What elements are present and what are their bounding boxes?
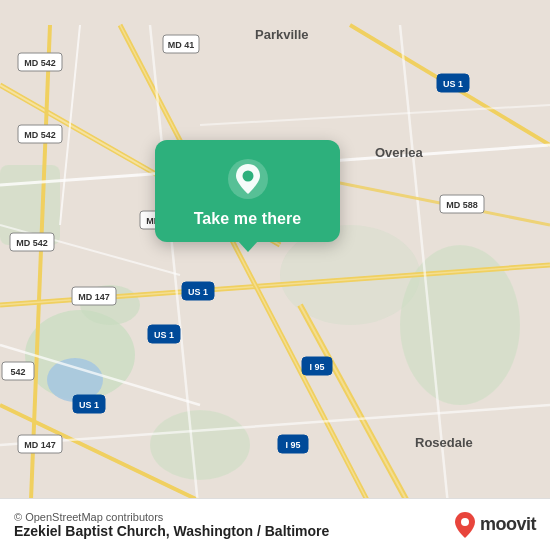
- svg-text:MD 588: MD 588: [446, 200, 478, 210]
- svg-text:US 1: US 1: [79, 400, 99, 410]
- bottom-bar: © OpenStreetMap contributors Ezekiel Bap…: [0, 498, 550, 550]
- svg-point-63: [461, 518, 469, 526]
- take-me-there-button[interactable]: Take me there: [194, 210, 302, 228]
- popup-card: Take me there: [155, 140, 340, 242]
- copyright-text: © OpenStreetMap contributors: [14, 511, 329, 523]
- location-pin-icon: [227, 158, 269, 200]
- svg-text:542: 542: [10, 367, 25, 377]
- bottom-left-content: © OpenStreetMap contributors Ezekiel Bap…: [14, 511, 329, 539]
- svg-text:I 95: I 95: [285, 440, 300, 450]
- svg-point-62: [242, 171, 253, 182]
- svg-text:US 1: US 1: [443, 79, 463, 89]
- svg-text:Overlea: Overlea: [375, 145, 423, 160]
- moovit-logo: moovit: [454, 511, 536, 539]
- svg-text:MD 41: MD 41: [168, 40, 195, 50]
- map-container: Overlea Rosedale Parkville MD 542 MD 542…: [0, 0, 550, 550]
- svg-text:MD 542: MD 542: [16, 238, 48, 248]
- svg-text:MD 147: MD 147: [78, 292, 110, 302]
- svg-text:US 1: US 1: [154, 330, 174, 340]
- map-background: Overlea Rosedale Parkville MD 542 MD 542…: [0, 0, 550, 550]
- svg-text:MD 542: MD 542: [24, 58, 56, 68]
- svg-text:Parkville: Parkville: [255, 27, 309, 42]
- svg-text:I 95: I 95: [309, 362, 324, 372]
- svg-text:US 1: US 1: [188, 287, 208, 297]
- location-title: Ezekiel Baptist Church, Washington / Bal…: [14, 523, 329, 539]
- svg-text:MD 542: MD 542: [24, 130, 56, 140]
- svg-point-6: [150, 410, 250, 480]
- svg-text:MD 147: MD 147: [24, 440, 56, 450]
- moovit-pin-icon: [454, 511, 476, 539]
- svg-text:Rosedale: Rosedale: [415, 435, 473, 450]
- moovit-brand-text: moovit: [480, 514, 536, 535]
